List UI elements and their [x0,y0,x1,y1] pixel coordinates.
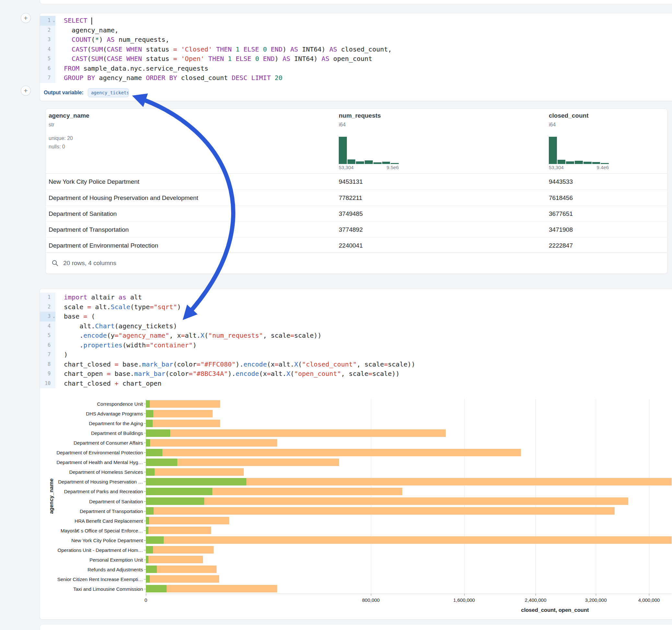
y-axis-tick-label: Department of Transportation [40,508,143,514]
line-number: 8 [40,360,55,369]
histogram-bar [601,163,609,164]
y-axis-tick-label: DHS Advantage Programs [40,411,143,416]
add-cell-button-top[interactable]: + [21,13,31,23]
table-cell: 7618456 [549,190,573,206]
bar-open_count [146,478,246,485]
row-count-summary: 20 rows, 4 columns [63,260,116,267]
bar-closed_count [146,556,203,563]
python-cell: 1import altair as alt2scale = alt.Scale(… [40,288,672,620]
bar-open_count [146,517,149,524]
table-row[interactable]: Department of Environmental Protection22… [46,237,667,253]
y-axis-tick [144,560,146,560]
table-row[interactable]: Department of Housing Preservation and D… [46,190,667,205]
column-histogram [339,136,399,164]
table-row[interactable]: New York City Police Department945313194… [46,174,667,190]
bar-closed_count [146,575,219,583]
y-axis-tick [144,423,146,423]
line-number: 3 [40,35,55,45]
code-text: FROM sample_data.nyc.service_requests [55,64,209,74]
y-axis-tick [144,453,146,453]
chart-gridline [596,399,596,594]
histogram-bar [374,162,382,164]
line-number: 9 [40,369,55,379]
chart-gridline [371,399,371,594]
y-axis-tick-label: Department of Health and Mental Hyg… [40,460,143,465]
table-cell: 3677651 [549,206,573,222]
bar-open_count [146,459,177,466]
histogram-bar [575,161,583,164]
bar-open_count [146,575,150,583]
next-cell-edge [40,624,672,630]
table-cell: 7782211 [339,190,362,206]
x-axis-line [146,594,672,594]
code-text: SELECT [55,16,92,26]
column-stat: unique: 20 [49,136,73,141]
bar-open_count [146,556,148,563]
code-text: chart_closed = base.mark_bar(color="#FFC… [55,360,415,369]
chart-gridline [649,399,649,594]
code-text: CAST(SUM(CASE WHEN status = 'Closed' THE… [55,45,392,54]
column-header[interactable]: num_requests [339,112,381,119]
bar-open_count [146,507,154,515]
y-axis-tick-label: Operations Unit - Department of Hom… [40,547,143,553]
collapse-chevron-icon[interactable]: ⌄ [53,16,55,26]
search-icon[interactable] [51,260,59,267]
python-editor[interactable]: 1import altair as alt2scale = alt.Scale(… [40,293,672,388]
code-text: scale = alt.Scale(type="sqrt") [55,302,181,312]
bar-open_count [146,468,154,476]
code-line: 6FROM sample_data.nyc.service_requests [40,64,672,74]
bar-open_count [146,449,162,456]
y-axis-tick-label: Refunds and Adjustments [40,566,143,572]
code-line: 6 .properties(width="container") [40,341,672,350]
table-cell: New York City Police Department [49,174,139,190]
sql-editor[interactable]: 1⌄SELECT 2 agency_name,3 COUNT(*) AS num… [40,16,672,83]
bar-closed_count [146,498,628,505]
collapse-chevron-icon[interactable]: ⌄ [53,312,55,321]
code-line: 7) [40,350,672,360]
y-axis-tick-label: Senior Citizen Rent Increase Exempti… [40,576,143,582]
table-cell: Department of Transportation [49,222,129,238]
code-line: 8chart_closed = base.mark_bar(color="#FF… [40,360,672,369]
y-axis-tick [144,589,146,589]
histogram-bar [583,162,592,164]
x-axis-tick-label: 0 [145,597,147,603]
y-axis-tick [144,404,146,404]
bar-open_count [146,488,212,495]
y-axis-tick [144,579,146,579]
text-caret [91,18,92,25]
table-cell: 3749485 [339,206,363,222]
line-number: 5 [40,331,55,341]
code-text: base = ( [55,312,95,321]
bar-open_count [146,536,164,544]
histogram-bar [347,160,356,164]
table-cell: Department of Housing Preservation and D… [49,190,198,206]
sql-cell: 1⌄SELECT 2 agency_name,3 COUNT(*) AS num… [40,13,672,101]
y-axis-tick [144,413,146,414]
table-row[interactable]: Department of Transportation377489234719… [46,221,667,237]
column-header[interactable]: closed_count [549,112,589,119]
code-line: 7GROUP BY agency_name ORDER BY closed_co… [40,73,672,83]
histogram-bar [557,160,566,164]
table-row[interactable]: Department of Sanitation37494853677651 [46,205,667,221]
column-header[interactable]: agency_name [49,112,90,119]
code-line: 3 COUNT(*) AS num_requests, [40,35,672,45]
x-axis-tick [146,594,146,596]
bar-closed_count [146,507,615,515]
line-number: 2 [40,302,55,312]
code-text: GROUP BY agency_name ORDER BY closed_cou… [55,73,282,83]
table-cell: Department of Sanitation [49,206,117,222]
y-axis-tick-label: Department of Parks and Recreation [40,489,143,494]
code-line: 4 alt.Chart(agency_tickets) [40,321,672,331]
x-axis-tick [535,594,536,596]
histogram-range: 53,3049.4e6 [549,165,609,170]
bar-chart-output: closed_count, open_count agency_name Cor… [40,396,672,619]
line-number: 3⌄ [40,312,55,321]
output-variable-badge[interactable]: agency_tickets [88,88,129,97]
table-cell: Department of Environmental Protection [49,238,158,253]
x-axis-tick-label: 1,600,000 [453,597,475,603]
y-axis-tick [144,482,146,482]
chart-gridline [535,399,536,594]
add-cell-button-middle[interactable]: + [21,86,31,96]
code-line: 1import altair as alt [40,293,672,302]
code-text: CAST(SUM(CASE WHEN status = 'Open' THEN … [55,54,372,64]
